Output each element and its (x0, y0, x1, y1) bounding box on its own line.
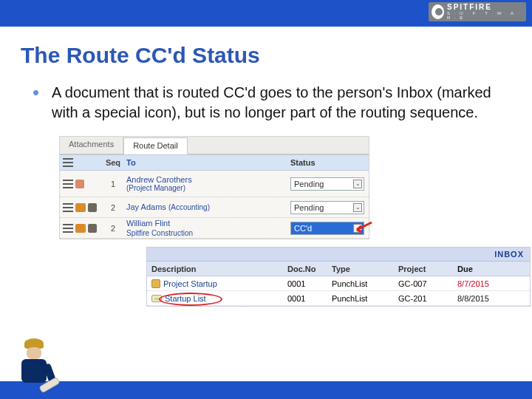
logo-swirl-icon (432, 4, 444, 19)
inbox-desc[interactable]: Project Startup (163, 279, 217, 288)
col-project: Project (398, 265, 457, 273)
thumb-up-icon[interactable] (75, 180, 84, 188)
tab-attachments[interactable]: Attachments (60, 137, 123, 154)
route-to-name[interactable]: Andrew Carothers (126, 175, 290, 184)
construction-worker-icon (15, 338, 53, 398)
inbox-header-row: Description Doc.No Type Project Due (147, 262, 530, 276)
slide-title: The Route CC'd Status (21, 43, 511, 68)
trash-icon[interactable] (88, 203, 97, 212)
trash-icon[interactable] (88, 224, 97, 233)
header-bar: SPITFIRE S · O · F · T · W · A · R · E (0, 0, 532, 27)
col-type: Type (332, 265, 398, 273)
document-icon (151, 279, 160, 288)
folder-icon[interactable] (75, 224, 86, 233)
inbox-project: GC-201 (398, 294, 457, 303)
route-row: 2 William Flint Spitfire Construction CC… (60, 218, 369, 239)
bullet-item: A document that is routed CC'd goes to t… (37, 83, 511, 123)
callout-circle-icon (159, 293, 222, 306)
logo-subtitle: S · O · F · T · W · A · R · E (447, 11, 526, 20)
hamburger-icon[interactable] (63, 224, 73, 233)
hamburger-icon[interactable] (63, 180, 73, 188)
col-seq: Seq (103, 158, 123, 167)
route-to-role: Spitfire Construction (126, 229, 193, 237)
inbox-due: 8/7/2015 (457, 279, 530, 288)
seq-value: 2 (103, 203, 123, 212)
inbox-docno: 0001 (287, 294, 332, 303)
hamburger-icon[interactable] (63, 158, 73, 167)
inbox-type: PunchList (332, 294, 398, 303)
inbox-project: GC-007 (398, 279, 457, 288)
route-to-role: (Accounting) (168, 203, 210, 211)
route-to-name[interactable]: William Flint (126, 219, 170, 228)
route-row: 1 Andrew Carothers (Project Manager) Pen… (60, 171, 369, 197)
callout-arrow-icon (352, 221, 373, 234)
hamburger-icon[interactable] (63, 203, 73, 212)
status-select[interactable]: Pending ⌄ (290, 201, 364, 214)
tab-route-detail[interactable]: Route Detail (123, 137, 188, 154)
chevron-down-icon[interactable]: ⌄ (353, 203, 362, 212)
seq-value: 2 (103, 224, 123, 233)
status-value: Pending (294, 203, 324, 212)
status-value: Pending (294, 180, 324, 188)
route-header-row: Seq To Status (60, 154, 369, 171)
col-to: To (123, 158, 290, 167)
logo-brand: SPITFIRE (447, 4, 526, 11)
footer-bar (0, 381, 532, 399)
route-to-role: (Project Manager) (126, 184, 290, 192)
inbox-type: PunchList (332, 279, 398, 288)
col-due: Due (457, 265, 530, 273)
inbox-title: INBOX (147, 248, 530, 262)
status-value: CC'd (294, 224, 312, 233)
inbox-row[interactable]: cc Startup List 0001 PunchList GC-201 8/… (147, 291, 530, 306)
col-description: Description (147, 265, 287, 273)
route-detail-panel: Attachments Route Detail Seq To Status 1… (59, 136, 369, 239)
seq-value: 1 (103, 180, 123, 188)
col-docno: Doc.No (287, 265, 332, 273)
inbox-panel: INBOX Description Doc.No Type Project Du… (146, 247, 531, 307)
spitfire-logo: SPITFIRE S · O · F · T · W · A · R · E (429, 2, 526, 21)
inbox-docno: 0001 (287, 279, 332, 288)
route-to-name[interactable]: Jay Adams (126, 202, 166, 211)
route-row: 2 Jay Adams (Accounting) Pending ⌄ (60, 197, 369, 218)
inbox-due: 8/8/2015 (457, 294, 530, 303)
tab-bar: Attachments Route Detail (60, 137, 369, 154)
chevron-down-icon[interactable]: ⌄ (353, 180, 362, 188)
inbox-row[interactable]: Project Startup 0001 PunchList GC-007 8/… (147, 276, 530, 291)
status-select[interactable]: Pending ⌄ (290, 177, 364, 191)
folder-icon[interactable] (75, 203, 86, 212)
bullet-list: A document that is routed CC'd goes to t… (21, 83, 511, 123)
col-status: Status (290, 158, 369, 167)
logo-text: SPITFIRE S · O · F · T · W · A · R · E (447, 4, 526, 20)
